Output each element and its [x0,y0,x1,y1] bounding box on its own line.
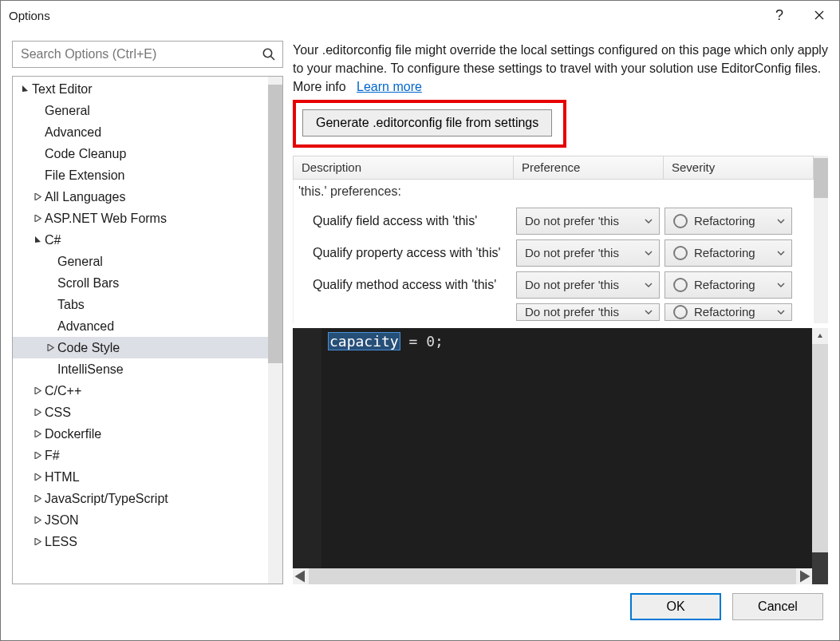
expand-closed-icon[interactable] [32,386,43,397]
severity-combo[interactable]: Refactoring [665,271,792,299]
tree-node[interactable]: Code Cleanup [13,143,268,164]
header-severity[interactable]: Severity [664,156,814,180]
scroll-up-icon[interactable] [812,328,828,344]
learn-more-link[interactable]: Learn more [357,80,422,93]
chevron-down-icon [643,217,654,225]
tree-node[interactable]: Advanced [13,315,268,337]
tree-node[interactable]: Dockerfile [13,423,268,445]
tree-node[interactable]: File Extension [13,164,268,186]
expand-closed-icon[interactable] [32,515,43,526]
editor-code[interactable]: capacity = 0; [321,328,812,568]
expand-open-icon[interactable] [32,235,43,246]
severity-combo[interactable]: Refactoring [665,208,792,235]
severity-circle-icon [673,246,688,260]
scroll-down-area[interactable] [812,552,828,568]
tree-node[interactable]: LESS [13,531,268,552]
editor-gutter [293,328,321,568]
search-icon [262,47,276,64]
tree-node[interactable]: HTML [13,466,268,488]
scroll-left-icon[interactable] [293,568,309,584]
tree-node[interactable]: JSON [13,509,268,531]
expand-open-icon[interactable] [19,84,30,95]
tree-scrollbar-thumb[interactable] [268,85,282,363]
expand-closed-icon[interactable] [45,342,56,354]
tree-node[interactable]: JavaScript/TypeScript [13,488,268,509]
ok-button[interactable]: OK [630,593,721,620]
preference-combo[interactable]: Do not prefer 'this [516,208,660,235]
tree-node[interactable]: F# [13,445,268,466]
options-tree-container: Text EditorGeneralAdvancedCode CleanupFi… [12,76,283,584]
editor-hscrollbar[interactable] [293,568,828,584]
search-field[interactable] [12,41,283,68]
chevron-down-icon [643,281,654,289]
expand-closed-icon[interactable] [32,493,43,504]
tree-node[interactable]: Scroll Bars [13,272,268,294]
expand-closed-icon[interactable] [32,429,43,440]
code-preview-wrap: capacity = 0; [293,328,828,584]
tree-node[interactable]: General [13,251,268,272]
dialog-body: Text EditorGeneralAdvancedCode CleanupFi… [1,30,839,640]
row-description: Qualify field access with 'this' [313,212,516,230]
tree-scrollbar[interactable] [268,77,282,584]
header-preference[interactable]: Preference [514,156,664,180]
tree-node[interactable]: Code Style [13,337,268,358]
cancel-button[interactable]: Cancel [732,593,823,620]
preference-combo[interactable]: Do not prefer 'this [516,303,660,321]
grid-scrollbar-thumb[interactable] [814,158,828,198]
severity-circle-icon [673,214,688,228]
editor-vscrollbar[interactable] [812,328,828,568]
severity-combo[interactable]: Refactoring [665,303,792,321]
expand-closed-icon[interactable] [32,407,43,418]
tree-node[interactable]: C/C++ [13,380,268,402]
preferences-grid: Description Preference Severity 'this.' … [293,156,814,323]
tree-node[interactable]: All Languages [13,186,268,208]
svg-line-3 [271,57,275,61]
help-icon: ? [775,7,783,24]
right-panel: Your .editorconfig file might override t… [293,41,828,584]
tree-node[interactable]: IntelliSense [13,358,268,380]
expand-closed-icon[interactable] [32,213,43,224]
editorconfig-info: Your .editorconfig file might override t… [293,41,828,97]
grid-row: Qualify field access with 'this'Do not p… [294,205,814,237]
search-input[interactable] [13,42,282,67]
tree-node[interactable]: Advanced [13,121,268,143]
left-panel: Text EditorGeneralAdvancedCode CleanupFi… [12,41,283,584]
svg-marker-4 [22,85,28,92]
expand-closed-icon[interactable] [32,472,43,483]
chevron-down-icon [775,249,787,257]
preference-combo[interactable]: Do not prefer 'this [516,271,660,299]
tree-node[interactable]: CSS [13,402,268,423]
tree-node[interactable]: C# [13,229,268,251]
hscroll-track[interactable] [309,568,796,584]
severity-combo[interactable]: Refactoring [665,239,792,267]
titlebar: Options ? [1,1,839,30]
vscroll-track[interactable] [812,344,828,552]
tree-node[interactable]: Tabs [13,294,268,315]
severity-circle-icon [673,305,688,319]
scroll-right-icon[interactable] [796,568,812,584]
expand-closed-icon[interactable] [32,192,43,203]
close-button[interactable] [799,1,839,30]
tree-node-text-editor[interactable]: Text Editor [13,78,268,100]
svg-marker-12 [35,452,41,459]
expand-closed-icon[interactable] [32,450,43,461]
svg-marker-6 [35,215,41,222]
tree-node[interactable]: General [13,100,268,121]
close-icon [814,9,824,22]
dialog-footer: OK Cancel [12,584,828,629]
svg-marker-7 [35,236,41,243]
code-highlighted-token: capacity [328,332,400,350]
code-rest: = 0; [400,333,444,350]
header-description[interactable]: Description [293,156,514,180]
generate-editorconfig-button[interactable]: Generate .editorconfig file from setting… [302,109,552,137]
code-preview: capacity = 0; [293,328,828,584]
help-button[interactable]: ? [759,1,799,30]
grid-scrollbar[interactable] [814,156,828,323]
tree-node[interactable]: ASP.NET Web Forms [13,208,268,229]
options-tree[interactable]: Text EditorGeneralAdvancedCode CleanupFi… [13,77,268,584]
generate-highlight-frame: Generate .editorconfig file from setting… [293,100,566,148]
chevron-down-icon [775,281,787,289]
preference-combo[interactable]: Do not prefer 'this [516,239,660,267]
preferences-grid-wrap: Description Preference Severity 'this.' … [293,156,828,323]
expand-closed-icon[interactable] [32,536,43,548]
